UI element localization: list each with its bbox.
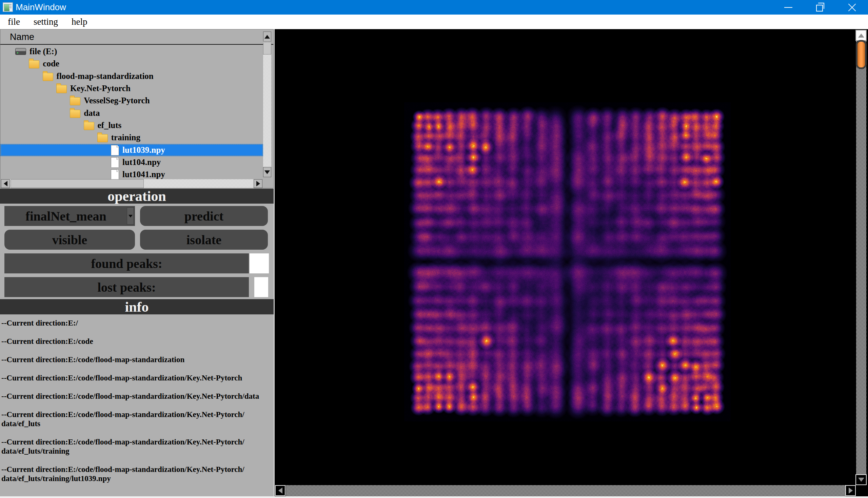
tree-scroll-up-button[interactable] — [263, 31, 271, 42]
tree-horizontal-scrollbar — [0, 179, 263, 188]
isolate-label: isolate — [187, 232, 221, 247]
view-scroll-left-button[interactable] — [275, 485, 285, 496]
app-icon — [3, 2, 13, 12]
view-vscroll-track[interactable] — [856, 41, 866, 474]
tree-item-label: data — [84, 108, 100, 118]
tree-item-lut104.npy[interactable]: lut104.npy — [0, 156, 263, 168]
tree-scroll-right-button[interactable] — [254, 179, 263, 188]
tree-item-file (E:)[interactable]: file (E:) — [0, 45, 263, 57]
visible-button[interactable]: visible — [4, 230, 135, 250]
found-peaks-label: found peaks: — [4, 253, 249, 273]
window-title: MainWindow — [16, 0, 66, 15]
lost-peaks-text: lost peaks: — [97, 280, 156, 295]
visible-label: visible — [52, 232, 87, 247]
scrollbar-corner — [856, 485, 868, 496]
info-log-line: --Current direction:E:/code/flood-map-st… — [1, 374, 271, 382]
model-combobox[interactable]: finalNet_mean — [4, 206, 135, 226]
tree-item-training[interactable]: training — [0, 131, 263, 144]
tree-item-lut1039.npy[interactable]: lut1039.npy — [0, 144, 263, 156]
view-vertical-scrollbar — [855, 30, 867, 485]
view-scroll-right-button[interactable] — [845, 485, 856, 496]
tree-vscroll-thumb[interactable] — [263, 42, 271, 54]
info-log-line: --Current direction:E:/code/flood-map-st… — [1, 437, 271, 456]
tree-hscroll-thumb[interactable] — [11, 179, 144, 188]
info-log-line: --Current direction:E:/code/flood-map-st… — [1, 410, 271, 428]
file-icon — [111, 145, 119, 156]
tree-scroll-left-button[interactable] — [1, 179, 10, 188]
window-bottom-edge — [0, 496, 868, 498]
folder-icon — [56, 85, 67, 93]
lost-peaks-label: lost peaks: — [4, 277, 249, 297]
view-scroll-up-button[interactable] — [855, 30, 867, 41]
menu-item-setting[interactable]: setting — [29, 15, 62, 29]
tree-item-Key.Net-Pytorch[interactable]: Key.Net-Pytorch — [0, 82, 263, 94]
menu-bar: filesettinghelp — [0, 15, 868, 29]
file-tree: Name file (E:)codeflood-map-standardizat… — [0, 29, 273, 188]
predict-label: predict — [184, 209, 224, 224]
tree-item-label: code — [43, 59, 59, 68]
info-log-line: --Current direction:E:/code/flood-map-st… — [1, 465, 271, 483]
down-arrow-icon — [858, 478, 864, 482]
info-log-line: --Current direction:E:/ — [1, 318, 271, 328]
tree-item-label: training — [111, 133, 140, 142]
close-button[interactable] — [836, 0, 868, 15]
file-icon — [111, 157, 119, 168]
tree-item-lut1041.npy[interactable]: lut1041.npy — [0, 168, 263, 179]
found-peaks-value-box[interactable] — [250, 253, 269, 273]
info-title: info — [125, 299, 149, 315]
tree-item-label: Key.Net-Pytorch — [70, 84, 130, 93]
tree-header: Name — [0, 29, 273, 45]
folder-icon — [70, 110, 80, 118]
tree-item-label: lut1039.npy — [123, 145, 165, 155]
info-log-panel: --Current direction:E:/--Current directi… — [0, 314, 273, 495]
left-arrow-icon — [278, 487, 282, 494]
view-horizontal-scrollbar — [275, 485, 856, 496]
info-log-line: --Current direction:E:/code/flood-map-st… — [1, 392, 271, 401]
operation-section-header: operation — [0, 189, 273, 204]
tree-item-label: file (E:) — [29, 47, 57, 56]
title-bar: MainWindow — [0, 0, 868, 15]
left-arrow-icon — [4, 181, 8, 186]
view-vscroll-thumb[interactable] — [856, 40, 867, 69]
drive-icon — [15, 48, 26, 55]
tree-header-label: Name — [10, 32, 34, 42]
tree-vertical-scrollbar — [263, 30, 271, 179]
folder-icon — [70, 97, 80, 105]
combobox-dropdown-button[interactable] — [127, 207, 134, 225]
tree-item-label: VesselSeg-Pytorch — [84, 96, 150, 105]
tree-item-VesselSeg-Pytorch[interactable]: VesselSeg-Pytorch — [0, 94, 263, 107]
up-arrow-icon — [265, 35, 270, 39]
tree-rows: file (E:)codeflood-map-standardizationKe… — [0, 45, 263, 179]
right-arrow-icon — [849, 487, 853, 494]
menu-item-help[interactable]: help — [67, 15, 92, 29]
tree-item-data[interactable]: data — [0, 107, 263, 119]
folder-icon — [43, 73, 53, 81]
info-log-line: --Current direction:E:/code/flood-map-st… — [1, 355, 271, 364]
found-peaks-text: found peaks: — [91, 256, 162, 271]
view-hscroll-track[interactable] — [286, 485, 845, 496]
tree-item-ef_luts[interactable]: ef_luts — [0, 119, 263, 131]
info-section-header: info — [0, 299, 273, 314]
tree-scroll-down-button[interactable] — [263, 167, 271, 177]
right-arrow-icon — [256, 181, 260, 186]
tree-item-flood-map-standardization[interactable]: flood-map-standardization — [0, 70, 263, 82]
folder-icon — [84, 122, 94, 130]
info-log-line: --Current direction:E:/code — [1, 337, 271, 346]
tree-item-code[interactable]: code — [0, 57, 263, 70]
chevron-down-icon — [128, 215, 132, 218]
tree-vscroll-track[interactable] — [263, 42, 271, 168]
tree-item-label: lut1041.npy — [123, 170, 165, 179]
lost-peaks-value-box[interactable] — [254, 277, 268, 297]
minimize-button[interactable] — [773, 0, 804, 15]
down-arrow-icon — [265, 170, 270, 174]
file-icon — [111, 169, 119, 180]
flood-map-canvas — [404, 102, 731, 421]
menu-item-file[interactable]: file — [3, 15, 24, 29]
minimize-icon — [784, 7, 792, 8]
view-scroll-down-button[interactable] — [855, 474, 867, 485]
predict-button[interactable]: predict — [140, 206, 268, 226]
tree-item-label: flood-map-standardization — [56, 71, 154, 81]
restore-button[interactable] — [804, 0, 836, 15]
isolate-button[interactable]: isolate — [140, 230, 268, 250]
tree-item-label: lut104.npy — [123, 158, 161, 167]
